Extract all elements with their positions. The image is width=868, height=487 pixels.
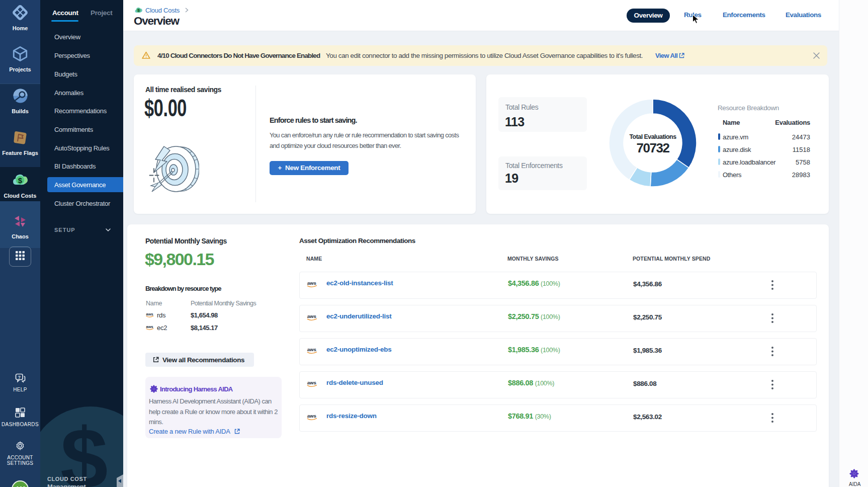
svg-text:aws: aws bbox=[307, 347, 316, 352]
svg-text:?: ? bbox=[18, 375, 21, 380]
svg-text:aws: aws bbox=[146, 312, 153, 316]
svg-text:aws: aws bbox=[307, 413, 316, 419]
svg-text:aws: aws bbox=[307, 280, 316, 286]
svg-text:aws: aws bbox=[307, 313, 316, 319]
svg-text:$: $ bbox=[18, 176, 23, 185]
svg-text:aws: aws bbox=[146, 324, 153, 329]
svg-text:aws: aws bbox=[307, 380, 316, 385]
